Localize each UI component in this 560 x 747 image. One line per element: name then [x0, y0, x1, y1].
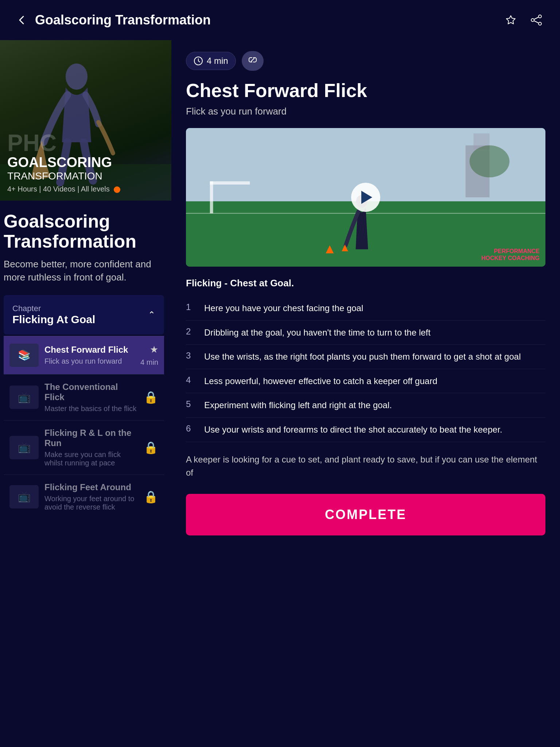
chapter-label: Chapter [12, 304, 95, 313]
lesson-star-icon[interactable]: ★ [150, 344, 158, 355]
link-icon [248, 55, 258, 65]
svg-point-1 [531, 19, 534, 22]
clock-icon [194, 56, 203, 66]
play-triangle-icon [361, 191, 372, 204]
watermark-line1: PERFORMANCE [494, 248, 540, 254]
complete-button[interactable]: COMPLETE [186, 494, 545, 535]
header-icons [502, 11, 545, 29]
header-title: Goalscoring Transformation [35, 12, 211, 28]
instruction-item: 4 Less powerful, however effective to ca… [186, 369, 545, 394]
thumbnail-goalscoring: GOALSCORING [7, 155, 164, 170]
svg-point-0 [538, 15, 541, 18]
header: Goalscoring Transformation [0, 0, 560, 40]
lesson-title-1: Chest Forward Flick [44, 345, 135, 355]
back-button[interactable] [15, 13, 29, 27]
video-thumbnail[interactable]: PERFORMANCE HOCKEY COACHING [186, 128, 545, 267]
lesson-thumbnail-3: 📺 [9, 436, 39, 459]
lesson-thumbnail-2: 📺 [9, 386, 39, 409]
lesson-info-3: Flicking R & L on the Run Make sure you … [44, 428, 138, 467]
duration-badge: 4 min [186, 52, 236, 70]
play-button[interactable] [351, 183, 380, 212]
video-watermark: PERFORMANCE HOCKEY COACHING [481, 248, 540, 262]
lesson-subtitle-2: Master the basics of the flick [44, 405, 138, 413]
instruction-item: 1 Here you have your chest facing the go… [186, 296, 545, 321]
left-info: Goalscoring Transformation Become better… [0, 201, 171, 526]
favorite-button[interactable] [502, 11, 520, 29]
thumbnail-meta: 4+ Hours | 40 Videos | All levels [7, 185, 164, 193]
lock-icon: 🔒 [144, 490, 158, 504]
lesson-item[interactable]: 📚 Chest Forward Flick Flick as you run f… [4, 336, 164, 374]
lesson-duration-display: 4 min [207, 56, 228, 66]
svg-rect-9 [210, 181, 213, 213]
course-subtitle: Become better, more confident and more r… [4, 258, 164, 284]
lesson-title-2: The Conventional Flick [44, 382, 138, 402]
instruction-item: 2 Dribbling at the goal, you haven't the… [186, 321, 545, 345]
lesson-info-1: Chest Forward Flick Flick as you run for… [44, 345, 135, 365]
right-column: 4 min Chest Forward Flick Flick as you r… [171, 40, 560, 546]
lock-icon: 🔒 [144, 390, 158, 404]
share-button[interactable] [527, 11, 545, 29]
lesson-info-4: Flicking Feet Around Working your feet a… [44, 482, 138, 511]
lesson-thumbnail-4: 📺 [9, 485, 39, 508]
lesson-thumbnail-1: 📚 [9, 344, 39, 367]
lesson-main-subtitle: Flick as you run forward [186, 106, 545, 117]
lesson-item[interactable]: 📺 Flicking Feet Around Working your feet… [4, 475, 164, 519]
lesson-title-4: Flicking Feet Around [44, 482, 138, 492]
watermark-line2: HOCKEY COACHING [481, 255, 540, 261]
left-column: PHC GOALSCORING TRANSFORMATION 4+ Hours … [0, 40, 171, 546]
instruction-item: 3 Use the wrists, as the right foot plan… [186, 345, 545, 369]
lesson-title-3: Flicking R & L on the Run [44, 428, 138, 448]
chevron-up-icon: ⌃ [148, 310, 155, 320]
instruction-list: 1 Here you have your chest facing the go… [186, 296, 545, 442]
lesson-subtitle-1: Flick as you run forward [44, 357, 135, 365]
chapter-section: Chapter Flicking At Goal ⌃ [4, 295, 164, 334]
lesson-duration-1: 4 min [140, 358, 158, 367]
instruction-item: 5 Experiment with flicking left and righ… [186, 393, 545, 418]
orange-dot-icon [114, 186, 120, 193]
lesson-subtitle-4: Working your feet around to avoid the re… [44, 495, 138, 511]
lesson-item[interactable]: 📺 The Conventional Flick Master the basi… [4, 374, 164, 420]
link-badge[interactable] [242, 51, 264, 71]
svg-point-4 [66, 63, 88, 90]
thumbnail-phc-text: PHC [7, 131, 164, 155]
lesson-right-1: ★ 4 min [140, 344, 158, 367]
instructions-title: Flicking - Chest at Goal. [186, 278, 545, 289]
lesson-meta-row: 4 min [186, 51, 545, 71]
chapter-header[interactable]: Chapter Flicking At Goal ⌃ [4, 295, 164, 334]
chapter-name: Flicking At Goal [12, 313, 95, 326]
lock-icon: 🔒 [144, 441, 158, 454]
header-left: Goalscoring Transformation [15, 12, 211, 28]
lesson-main-title: Chest Forward Flick [186, 80, 545, 101]
lesson-info-2: The Conventional Flick Master the basics… [44, 382, 138, 413]
svg-point-2 [538, 22, 541, 25]
lesson-item[interactable]: 📺 Flicking R & L on the Run Make sure yo… [4, 420, 164, 475]
course-title: Goalscoring Transformation [4, 212, 164, 252]
svg-point-13 [470, 146, 510, 178]
instruction-item: 6 Use your wrists and forearms to direct… [186, 418, 545, 442]
main-content: PHC GOALSCORING TRANSFORMATION 4+ Hours … [0, 40, 560, 546]
lesson-subtitle-3: Make sure you can flick whilst running a… [44, 450, 138, 467]
thumbnail-transformation: TRANSFORMATION [7, 170, 164, 182]
course-thumbnail: PHC GOALSCORING TRANSFORMATION 4+ Hours … [0, 40, 171, 201]
svg-rect-10 [210, 181, 250, 185]
keeper-text: A keeper is looking for a cue to set, an… [186, 453, 545, 479]
